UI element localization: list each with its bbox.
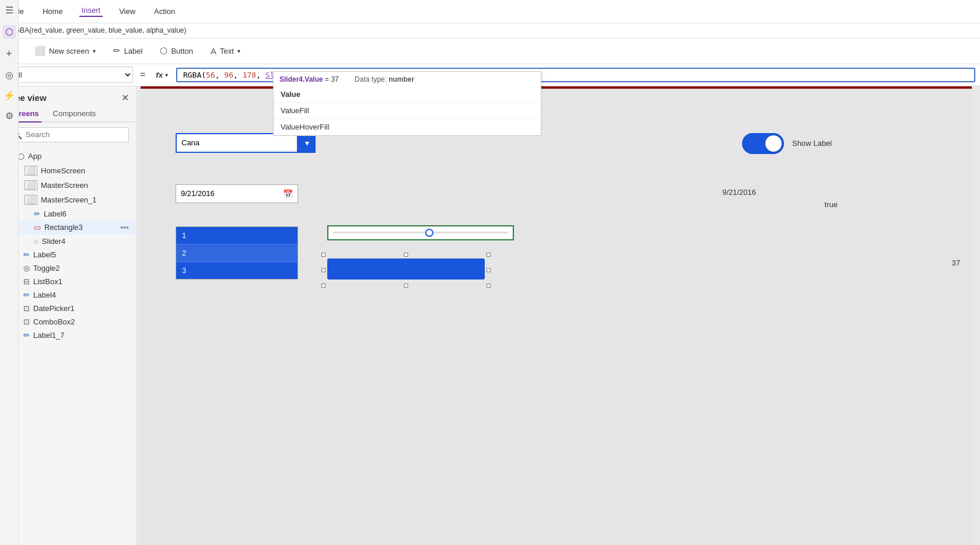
menu-bar: File Home Insert View Action — [0, 0, 980, 23]
menu-view[interactable]: View — [117, 7, 138, 16]
handle-ml[interactable] — [321, 268, 326, 272]
text-button[interactable]: A Text ▾ — [204, 43, 247, 59]
new-screen-label: New screen — [49, 47, 89, 55]
tree-item-label-datepicker1: DatePicker1 — [33, 304, 75, 313]
tree-item-label-slider4: Slider4 — [42, 237, 65, 246]
components-strip-icon[interactable]: ◎ — [5, 69, 13, 81]
slider-value-display: Slider4.Value = 37 Data type: number — [279, 75, 414, 83]
label-icon-label6: ✏ — [34, 209, 40, 218]
tree-item-combobox2[interactable]: ⊡ ComboBox2 — [0, 315, 136, 329]
tree-item-label4[interactable]: ✏ Label4 — [0, 288, 136, 302]
screen-border — [141, 86, 972, 89]
tab-components[interactable]: Components — [51, 107, 99, 123]
tree-content: ▶ ⬡ App ▶ ⬜ HomeScreen ▶ ⬜ MasterScreen — [0, 147, 136, 545]
screen-icon-masterscreen: ⬜ — [24, 180, 37, 190]
list-row-1[interactable]: 1 — [176, 227, 298, 244]
autocomplete-item-valuefill[interactable]: ValueFill — [274, 103, 541, 119]
tree-item-masterscreen[interactable]: ▶ ⬜ MasterScreen — [0, 178, 136, 193]
func-signature: RGBA(red_value, green_value, blue_value,… — [9, 26, 187, 34]
tree-item-homescreen[interactable]: ▶ ⬜ HomeScreen — [0, 163, 136, 178]
handle-mr[interactable] — [487, 268, 491, 272]
label-button[interactable]: ✏ Label — [107, 43, 149, 59]
tree-item-label-label4: Label4 — [33, 291, 56, 299]
tooltip-bar: RGBA(red_value, green_value, blue_value,… — [0, 23, 980, 39]
button-btn-text: Button — [171, 47, 193, 55]
slider-green-track[interactable] — [327, 225, 514, 240]
menu-home[interactable]: Home — [40, 7, 65, 16]
handle-bl[interactable] — [321, 284, 326, 288]
close-sidebar-button[interactable]: ✕ — [121, 92, 129, 103]
more-button-rectangle3[interactable]: ••• — [120, 223, 129, 232]
label-icon-label1-7: ✏ — [23, 331, 30, 340]
autocomplete-item-valuehoverfill[interactable]: ValueHoverFill — [274, 119, 541, 135]
fx-button[interactable]: fx ▾ — [152, 69, 172, 81]
slider-thumb — [425, 229, 433, 237]
hamburger-strip-icon[interactable]: ☰ — [5, 5, 13, 16]
tree-item-label-label1-7: Label1_7 — [33, 331, 65, 340]
tree-item-app[interactable]: ▶ ⬡ App — [0, 149, 136, 163]
tree-item-label-rectangle3: Rectangle3 — [44, 223, 83, 232]
sidebar: ☰ ⬡ + ◎ ⚡ ⚙ Tree view ✕ Screens Componen… — [0, 86, 136, 545]
datepicker-widget: 9/21/2016 📅 — [176, 184, 298, 203]
listbox-control[interactable]: 1 2 3 — [176, 226, 298, 280]
settings-strip-icon[interactable]: ⚙ — [5, 110, 13, 121]
listbox-icon-listbox1: ⊟ — [23, 277, 30, 286]
tree-item-label6[interactable]: ▶ ✏ Label6 — [0, 207, 136, 221]
list-row-2[interactable]: 2 — [176, 244, 298, 262]
tree-item-masterscreen1[interactable]: ▾ ⬜ MasterScreen_1 — [0, 193, 136, 207]
datepicker-icon-datepicker1: ⊡ — [23, 304, 30, 313]
label-icon-label4: ✏ — [23, 291, 30, 299]
menu-insert[interactable]: Insert — [79, 6, 103, 17]
selected-blue-bar — [327, 258, 485, 280]
toggle-control[interactable] — [742, 133, 784, 154]
date-value: 9/21/2016 — [181, 189, 215, 198]
property-selector[interactable]: Fill — [5, 67, 133, 83]
app-screen: Cana ▾ Show Label 9/21/2016 📅 — [141, 86, 972, 545]
new-screen-button[interactable]: ⬜ New screen ▾ — [28, 43, 102, 59]
label-icon-label5: ✏ — [23, 250, 30, 259]
toggle-widget: Show Label — [742, 133, 832, 154]
handle-tl[interactable] — [321, 253, 326, 257]
handle-tm[interactable] — [404, 253, 408, 257]
datepicker-input[interactable]: 9/21/2016 📅 — [176, 184, 298, 203]
slider-green-container — [327, 225, 943, 240]
tree-item-listbox1[interactable]: ⊟ ListBox1 — [0, 275, 136, 288]
combobox-chevron-icon: ▾ — [305, 138, 309, 148]
handle-tr[interactable] — [487, 253, 491, 257]
toggle-icon-toggle2: ◎ — [23, 264, 30, 272]
tree-item-label-label6: Label6 — [44, 209, 66, 218]
toolbar: ☰ ⬜ New screen ▾ ✏ Label ⬡ Button A Text… — [0, 39, 980, 64]
add-strip-icon[interactable]: + — [6, 48, 12, 60]
text-icon: A — [211, 46, 216, 56]
tree-item-label-toggle2: Toggle2 — [33, 264, 60, 272]
label-btn-text: Label — [124, 47, 143, 55]
search-input[interactable] — [26, 130, 124, 139]
tree-item-label1-7[interactable]: ✏ Label1_7 — [0, 329, 136, 342]
sidebar-tabs: Screens Components — [0, 107, 136, 123]
tree-item-label-combobox2: ComboBox2 — [33, 317, 75, 326]
tree-item-label5[interactable]: ✏ Label5 — [0, 248, 136, 261]
menu-action[interactable]: Action — [152, 7, 177, 16]
tree-item-datepicker1[interactable]: ⊡ DatePicker1 — [0, 302, 136, 315]
variables-strip-icon[interactable]: ⚡ — [4, 90, 15, 101]
tree-item-label-app: App — [28, 152, 41, 160]
tree-item-toggle2[interactable]: ◎ Toggle2 — [0, 261, 136, 275]
tree-item-rectangle3[interactable]: ▶ ▭ Rectangle3 ••• — [0, 221, 136, 235]
handle-br[interactable] — [487, 284, 491, 288]
selected-element-container — [321, 253, 491, 288]
text-chevron-icon: ▾ — [237, 48, 240, 54]
tree-item-slider4[interactable]: ▶ ○ Slider4 — [0, 235, 136, 248]
new-screen-chevron-icon: ▾ — [93, 48, 96, 54]
handle-bm[interactable] — [404, 284, 408, 288]
tree-view-strip-icon[interactable]: ⬡ — [3, 25, 16, 39]
button-button[interactable]: ⬡ Button — [153, 43, 200, 59]
screen-icon-masterscreen1: ⬜ — [24, 195, 37, 205]
fx-icon: fx — [156, 71, 163, 79]
tree-item-label-masterscreen1: MasterScreen_1 — [41, 195, 96, 204]
autocomplete-dropdown[interactable]: Value ValueFill ValueHoverFill — [273, 86, 541, 136]
equals-sign: = — [140, 69, 145, 80]
list-row-3[interactable]: 3 — [176, 262, 298, 279]
rectangle-icon-rectangle3: ▭ — [34, 223, 41, 232]
autocomplete-item-value[interactable]: Value — [274, 86, 541, 103]
slider-track-bar — [333, 232, 508, 233]
